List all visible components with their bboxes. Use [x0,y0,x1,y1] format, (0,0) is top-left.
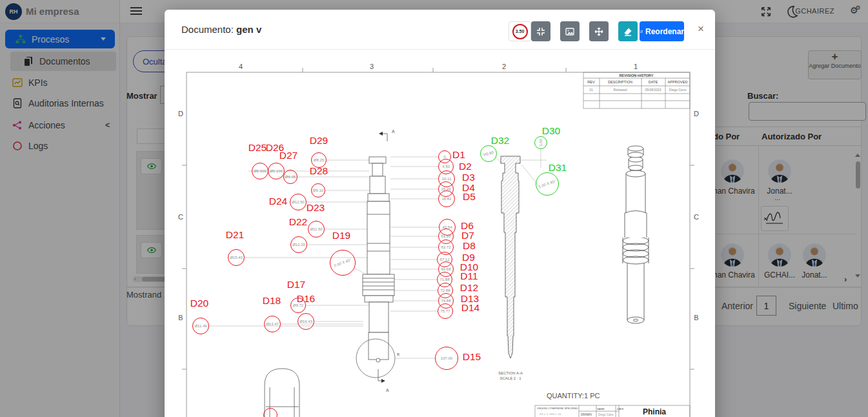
document-modal: Documento: gen v 3.50 Reordenar × [165,10,715,417]
callout-circle-D19[interactable]: 0.50 X 45° [330,250,356,276]
callout-circle-D27[interactable]: Ø6.05 [283,170,298,184]
callout-value: 10.11 [442,177,452,181]
callout-value: Ø9.72 [293,303,303,307]
callout-circle-D18[interactable]: Ø13.47 [264,316,281,332]
callout-circle-D17[interactable]: Ø9.72 [290,298,306,313]
callout-circle-D25[interactable]: Ø6.600 [252,163,268,179]
callout-circle-D23[interactable]: Ø12.20 [290,236,307,253]
callout-label-D31: D31 [549,162,567,174]
callout-circle-D28[interactable]: Ø9.10 [311,183,325,198]
callout-value: 107.00 [441,356,452,360]
callout-circle-D32[interactable]: R0.60 [480,145,497,162]
callout-label-D20: D20 [190,298,208,309]
compress-button[interactable] [531,21,550,41]
callout-label-D32: D32 [491,135,509,147]
image-button[interactable] [560,21,580,41]
callout-value: R0.60 [483,150,494,157]
callout-value: 4.50 [442,165,450,168]
callout-value: Ø11.50 [310,227,322,231]
sort-icon [640,27,643,36]
callout-value: 72.88 [440,289,450,292]
eraser-button[interactable] [618,21,638,41]
callout-value: Ø8.25 [314,158,324,162]
callout-value: Ø9.10 [313,188,323,192]
callout-value: Ø15.43 [230,256,243,259]
callout-label-D30: D30 [542,125,560,137]
callout-label-D11: D11 [460,270,478,282]
image-icon [565,26,575,37]
callout-label-D15: D15 [463,351,481,363]
reordenar-button[interactable]: Reordenar [640,21,684,41]
callout-circle-D21[interactable]: Ø15.43 [228,249,245,266]
document-name: gen v [236,24,261,35]
callout-label-D25: D25 [248,142,267,154]
move-arrows-icon [594,26,604,37]
eraser-icon [623,26,633,37]
callout-circle-D22[interactable]: Ø11.50 [308,221,325,238]
callout-label-D27: D27 [279,150,298,161]
callout-circle-D14[interactable]: 75.77 [438,303,453,319]
callout-value: 75.77 [440,309,450,313]
callout-circle-D15[interactable]: 107.00 [435,347,458,370]
callout-label-D1: D1 [452,149,465,161]
callout-circle-D26[interactable]: Ø0.100 [268,163,285,179]
callout-label-D23: D23 [307,202,325,214]
callout-circle-D29[interactable]: Ø8.25 [311,152,327,168]
callout-value: 1.00 X 45° [538,179,556,188]
callout-circle-D24[interactable]: Ø12.50 [290,194,307,210]
callout-label-D17: D17 [287,279,305,290]
callout-label-D14: D14 [461,302,479,314]
callout-value: 61.85 [441,234,450,238]
close-icon[interactable]: × [698,23,704,36]
callout-label-D22: D22 [289,216,307,228]
callout-value: 71.88 [439,278,449,281]
callout-value: 0.50 X 45° [334,258,352,267]
callout-value: Ø12.50 [292,200,305,204]
callout-label-D24: D24 [269,196,287,207]
callout-value: 18.82 [441,197,451,201]
callout-label-D2: D2 [459,161,472,172]
callout-value: 74.88 [441,299,450,303]
callout-value: Ø6.05 [285,175,296,179]
callout-value: Ø11.49 [194,324,207,328]
callout-value: Ø6.600 [254,169,267,173]
callout-value: 63.72 [441,245,450,249]
callout-label-D19: D19 [332,230,350,241]
modal-header: Documento: gen v 3.50 Reordenar × [165,10,715,50]
callout-label-D12: D12 [460,282,478,294]
callout-circle-D31[interactable]: 1.00 X 45° [536,172,559,196]
move-button[interactable] [589,21,609,41]
callout-value: 3.00 [539,139,543,147]
callout-circle-D30[interactable]: 3.00 [534,136,547,149]
callout-value: Ø16.43 [299,320,312,323]
callout-circle-partial[interactable] [263,408,278,417]
callout-layer: 0D14.50D210.11D315.49D418.82D543.54D661.… [165,50,715,417]
callout-label-D8: D8 [463,240,476,252]
callout-value: Ø13.47 [266,322,279,326]
callout-label-D21: D21 [226,229,244,241]
callout-label-D18: D18 [263,295,281,307]
callout-circle-D16[interactable]: Ø16.43 [298,313,314,330]
callout-circle-D5[interactable]: 18.82 [438,190,455,207]
zoom-value-button[interactable]: 3.50 [509,21,531,41]
callout-value: 69.68 [441,267,450,271]
zoom-value-badge: 3.50 [512,24,528,39]
compress-icon [536,26,546,37]
callout-circle-D20[interactable]: Ø11.49 [192,318,209,334]
callout-label-D5: D5 [463,191,476,203]
drawing-stage: 4 3 2 1 D C B D C B REVISI [165,50,715,417]
callout-value: Ø12.20 [292,243,305,247]
callout-value: Ø0.100 [270,169,283,173]
modal-title: Documento: gen v [181,24,261,35]
callout-label-D29: D29 [310,135,328,147]
